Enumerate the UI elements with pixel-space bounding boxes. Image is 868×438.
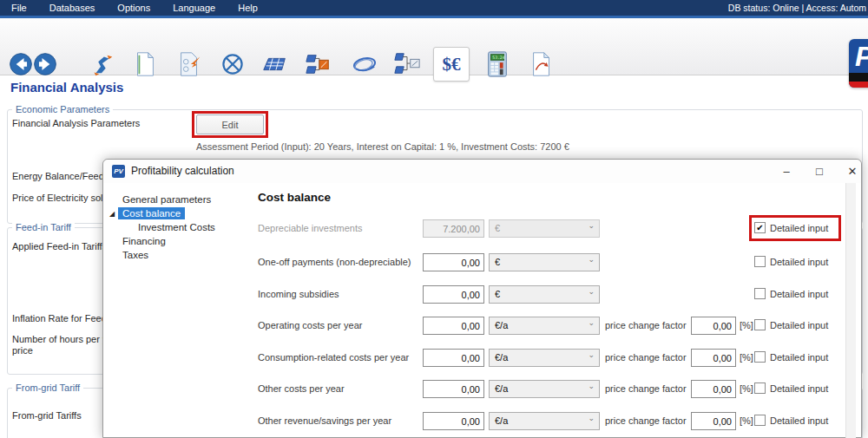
value-input[interactable] xyxy=(423,317,484,335)
row-label: Operating costs per year xyxy=(258,320,362,330)
fromgrid-tariff-label: From-grid Tariff xyxy=(12,382,83,393)
chevron-down-icon xyxy=(588,318,595,327)
unit-value: € xyxy=(495,257,500,267)
checkbox-highlight-annotation xyxy=(749,215,841,241)
chevron-down-icon xyxy=(588,382,595,390)
detailed-input-label: Detailed input xyxy=(770,415,828,426)
unit-dropdown[interactable]: €/a xyxy=(489,317,600,335)
detailed-input-checkbox[interactable] xyxy=(754,256,766,267)
logo-letter: P xyxy=(855,41,868,73)
cost-row-oneoff: One-off payments (non-depreciable) € Det… xyxy=(103,253,863,272)
unit-dropdown[interactable]: €/a xyxy=(489,380,600,398)
unit-value: €/a xyxy=(495,352,508,363)
row-label: Other revenue/savings per year xyxy=(258,415,391,426)
chevron-down-icon xyxy=(588,414,595,422)
value-input[interactable] xyxy=(423,349,484,367)
price-change-factor-label: price change factor xyxy=(605,320,687,330)
financial-analysis-icon[interactable]: $€ xyxy=(433,47,470,82)
edit-button[interactable]: Edit xyxy=(196,114,264,134)
unit-dropdown[interactable]: €/a xyxy=(489,412,600,430)
calculator-icon[interactable]: 53.24 xyxy=(483,49,512,79)
economic-parameters-label: Economic Parameters xyxy=(12,104,113,114)
detailed-input-checkbox[interactable] xyxy=(754,351,766,363)
cost-row-subsidies: Incoming subsidies € Detailed input xyxy=(103,285,863,304)
unit-dropdown[interactable]: €/a xyxy=(489,349,600,367)
nav-general-parameters[interactable]: General parameters xyxy=(122,194,211,205)
unit-dropdown[interactable]: € xyxy=(489,219,600,238)
run-simulation-icon[interactable] xyxy=(87,49,116,79)
detailed-input-label: Detailed input xyxy=(770,352,828,363)
percent-label: [%] xyxy=(740,415,753,426)
dialog-title: Profitability calculation xyxy=(131,165,234,177)
pvsol-icon: PV xyxy=(112,165,125,178)
cabling-icon[interactable] xyxy=(350,49,379,79)
unit-value: € xyxy=(495,223,500,233)
unit-dropdown[interactable]: € xyxy=(489,285,600,304)
unit-value: €/a xyxy=(495,415,508,426)
feedin-tariff-label: Feed-in Tariff xyxy=(12,222,75,232)
percent-label: [%] xyxy=(740,320,753,330)
cost-row-other-costs: Other costs per year €/a price change fa… xyxy=(103,380,863,399)
factor-input[interactable] xyxy=(691,349,736,367)
price-change-factor-label: price change factor xyxy=(605,352,687,363)
maximize-icon[interactable]: □ xyxy=(805,160,834,183)
cost-row-other-revenue: Other revenue/savings per year €/a price… xyxy=(103,412,863,431)
assessment-summary: Assessment Period (Input): 20 Years, Int… xyxy=(196,141,569,152)
unit-value: €/a xyxy=(495,383,508,394)
menu-databases[interactable]: Databases xyxy=(38,3,107,13)
page-title: Financial Analysis xyxy=(10,80,123,95)
close-project-icon[interactable] xyxy=(218,49,247,79)
row-label: Incoming subsidies xyxy=(258,289,339,299)
financial-params-label: Financial Analysis Parameters xyxy=(12,118,140,128)
value-input[interactable] xyxy=(423,253,484,271)
chevron-down-icon xyxy=(588,287,595,296)
tree-expander-icon[interactable]: ◢ xyxy=(109,210,115,218)
detailed-input-checkbox[interactable] xyxy=(754,382,766,394)
hours-label-line2: price xyxy=(12,345,33,356)
detailed-input-checkbox[interactable] xyxy=(754,319,766,330)
percent-label: [%] xyxy=(740,352,753,363)
detailed-input-label: Detailed input xyxy=(770,320,828,330)
minimize-icon[interactable]: – xyxy=(772,160,801,183)
system-diagram-icon[interactable] xyxy=(392,49,422,79)
value-input[interactable] xyxy=(423,412,484,430)
profitability-dialog: PV Profitability calculation – □ ✕ Gener… xyxy=(102,159,862,438)
detailed-input-checkbox[interactable] xyxy=(754,288,766,299)
unit-value: € xyxy=(495,289,500,299)
value-input[interactable] xyxy=(423,285,484,304)
nav-cost-balance[interactable]: Cost balance xyxy=(118,207,185,219)
menu-file[interactable]: File xyxy=(0,3,38,13)
forward-arrow-icon[interactable] xyxy=(30,49,60,79)
chevron-down-icon xyxy=(588,221,595,230)
unit-dropdown[interactable]: € xyxy=(489,253,600,271)
row-label: One-off payments (non-depreciable) xyxy=(258,257,411,267)
dialog-titlebar[interactable]: PV Profitability calculation – □ ✕ xyxy=(103,160,861,183)
factor-input[interactable] xyxy=(691,412,736,430)
menu-bar: File Databases Options Language Help DB … xyxy=(0,0,868,16)
close-icon[interactable]: ✕ xyxy=(838,160,867,183)
import-project-icon[interactable] xyxy=(174,49,204,79)
new-project-icon[interactable] xyxy=(130,49,160,79)
fromgrid-tariffs-label: From-grid Tariffs xyxy=(12,410,82,421)
content-heading: Cost balance xyxy=(258,191,331,204)
value-input[interactable] xyxy=(423,219,484,238)
menu-language[interactable]: Language xyxy=(161,3,227,13)
chevron-down-icon xyxy=(588,255,595,264)
factor-input[interactable] xyxy=(691,317,736,335)
menu-help[interactable]: Help xyxy=(227,3,269,13)
pv-module-icon[interactable] xyxy=(260,49,290,79)
module-inverter-config-icon[interactable] xyxy=(304,49,333,79)
menu-options[interactable]: Options xyxy=(106,3,161,13)
price-change-factor-label: price change factor xyxy=(605,383,687,394)
svg-text:53.24: 53.24 xyxy=(492,56,504,60)
row-label: Depreciable investments xyxy=(258,223,362,233)
cost-row-operating: Operating costs per year €/a price chang… xyxy=(103,317,863,336)
value-input[interactable] xyxy=(423,380,484,398)
report-icon[interactable] xyxy=(527,49,556,79)
detailed-input-label: Detailed input xyxy=(770,289,828,299)
detailed-input-checkbox[interactable] xyxy=(754,415,766,426)
detailed-input-label: Detailed input xyxy=(770,257,828,267)
dialog-scrollbar[interactable] xyxy=(845,183,856,438)
cost-row-consumption: Consumption-related costs per year €/a p… xyxy=(103,349,863,368)
factor-input[interactable] xyxy=(691,380,736,398)
